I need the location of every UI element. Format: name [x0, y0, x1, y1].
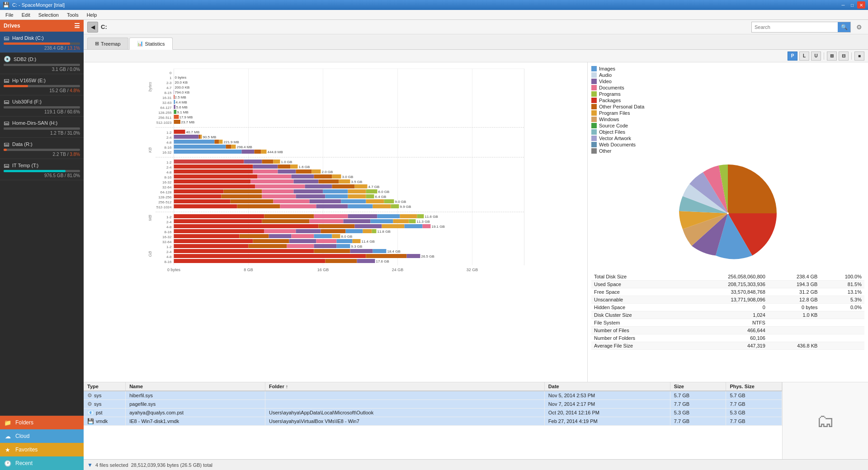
file-table-area[interactable]: Type Name Folder ↑ Date Size Phys. Size …: [84, 382, 782, 459]
svg-text:32 GB: 32 GB: [467, 268, 478, 272]
svg-text:2-4: 2-4: [166, 165, 172, 169]
svg-rect-167: [409, 219, 416, 223]
view-sep-2: [851, 52, 852, 60]
legend-item-windows: Windows: [591, 117, 864, 122]
svg-text:17.9 MB: 17.9 MB: [179, 115, 193, 119]
file-row-vmdk[interactable]: 💾vmdk IE8 - Win7-disk1.vmdk Users\ayahya…: [84, 417, 782, 426]
file-row-hiberfil[interactable]: ⚙sys hiberfil.sys Nov 5, 2014 2:53 PM 5.…: [84, 391, 782, 400]
legend-item-images: Images: [591, 66, 864, 71]
col-type[interactable]: Type: [84, 382, 126, 391]
stats-gb-files: [768, 327, 821, 334]
svg-rect-199: [337, 239, 353, 243]
col-phys-size[interactable]: Phys. Size: [726, 382, 782, 391]
view-btn-u[interactable]: U: [811, 52, 821, 61]
drive-d-name: SDB2 (D:): [14, 56, 36, 62]
svg-rect-97: [314, 174, 332, 179]
status-arrow-icon: ▼: [87, 462, 93, 468]
stats-pct-used: 81.5%: [820, 281, 864, 288]
statusbar: ▼ 4 files selected 28,512,039,936 bytes …: [84, 459, 868, 470]
svg-rect-204: [249, 244, 287, 248]
search-button[interactable]: 🔍: [838, 22, 850, 32]
menu-edit[interactable]: Edit: [18, 11, 34, 19]
tab-statistics[interactable]: 📊 Statistics: [129, 38, 173, 50]
view-btn-dark[interactable]: ■: [854, 52, 864, 61]
close-button[interactable]: ✕: [857, 1, 865, 9]
menu-file[interactable]: File: [2, 11, 17, 19]
svg-rect-158: [417, 214, 424, 218]
view-btn-grid1[interactable]: ⊞: [827, 52, 837, 61]
menu-help[interactable]: Help: [83, 11, 101, 19]
file-row-pst[interactable]: 📧pst ayahya@qualys.com.pst Users\ayahya\…: [84, 409, 782, 417]
stats-bytes-free: 33,570,848,768: [684, 288, 768, 296]
pie-chart: [674, 159, 782, 268]
stats-bytes-folders: 60,106: [684, 334, 768, 342]
drive-c-name: Hard Disk (C:): [12, 35, 44, 41]
svg-rect-135: [274, 199, 310, 203]
svg-text:18.4 GB: 18.4 GB: [387, 249, 401, 254]
view-btn-grid2[interactable]: ⊟: [839, 52, 849, 61]
file-date-vmdk: Feb 27, 2014 4:19 PM: [544, 417, 670, 426]
svg-text:KB: KB: [148, 147, 152, 153]
svg-text:4.7 GB: 4.7 GB: [368, 185, 380, 189]
maximize-button[interactable]: □: [848, 1, 856, 9]
stats-panel: Images Audio Video Documents: [588, 62, 868, 382]
drive-item-h[interactable]: 🖴 Home-Dirs-SAN (H:) 1.2 TB / 31.0%: [0, 117, 84, 138]
file-row-pagefile[interactable]: ⚙sys pagefile.sys Nov 7, 2014 2:17 PM 7.…: [84, 400, 782, 409]
svg-rect-96: [292, 174, 314, 179]
view-btn-l[interactable]: L: [799, 52, 809, 61]
sidebar-item-folders[interactable]: 📁 Folders: [0, 416, 84, 429]
svg-text:64-127: 64-127: [160, 106, 172, 110]
file-type-vmdk: 💾vmdk: [84, 417, 126, 426]
sidebar-item-cloud[interactable]: ☁ Cloud: [0, 429, 84, 443]
menu-tools[interactable]: Tools: [63, 11, 82, 19]
view-btn-p[interactable]: P: [788, 52, 797, 61]
sidebar-item-favorites[interactable]: ★ Favorites: [0, 443, 84, 456]
file-name-pst: ayahya@qualys.com.pst: [126, 409, 265, 417]
treemap-tab-icon: ⊞: [95, 41, 99, 47]
stats-label-used: Used Space: [591, 281, 684, 288]
col-size[interactable]: Size: [670, 382, 726, 391]
col-date[interactable]: Date: [544, 382, 670, 391]
svg-rect-157: [400, 214, 417, 218]
sidebar-item-recent[interactable]: 🕐 Recent: [0, 456, 84, 470]
drive-item-r[interactable]: 🖴 Data (R:) 2.2 TB / 3.8%: [0, 138, 84, 159]
svg-rect-58: [174, 140, 215, 144]
menu-selection[interactable]: Selection: [35, 11, 62, 19]
svg-text:GB: GB: [148, 251, 152, 257]
drive-t-name: IT Temp (T:): [12, 163, 38, 168]
drives-view-icon[interactable]: ☰: [74, 22, 80, 29]
cloud-icon: ☁: [4, 432, 12, 440]
back-button[interactable]: ◀: [87, 22, 98, 33]
drive-item-e[interactable]: 🖴 Hp V165W (E:) 15.2 GB / 4.8%: [0, 74, 84, 95]
svg-text:4-8: 4-8: [166, 225, 172, 229]
drive-item-t[interactable]: 🖴 IT Temp (T:) 976.5 GB / 81.0%: [0, 159, 84, 180]
search-input[interactable]: [752, 22, 838, 32]
legend-label-web-documents: Web Documents: [599, 142, 636, 147]
svg-rect-101: [174, 179, 251, 183]
svg-text:512-1023: 512-1023: [156, 121, 172, 125]
svg-rect-63: [174, 145, 226, 149]
svg-rect-119: [323, 189, 348, 193]
svg-text:221.9 MB: 221.9 MB: [224, 140, 239, 144]
disk-stats-table: Total Disk Size 256,058,060,800 238.4 GB…: [591, 273, 864, 350]
usb-e-icon: 🖴: [4, 77, 9, 84]
gear-button[interactable]: ⚙: [854, 22, 864, 33]
svg-rect-139: [384, 199, 394, 203]
stats-label-free: Free Space: [591, 288, 684, 296]
minimize-button[interactable]: ─: [839, 1, 847, 9]
stats-gb-cluster: 1.0 KB: [768, 311, 821, 319]
tab-treemap[interactable]: ⊞ Treemap: [87, 38, 128, 49]
drive-item-c[interactable]: 🖴 Hard Disk (C:) 238.4 GB / 13.1%: [0, 32, 84, 53]
col-name[interactable]: Name: [126, 382, 265, 391]
svg-rect-129: [348, 194, 366, 198]
drive-item-d[interactable]: 💿 SDB2 (D:) 3.1 GB / 0.0%: [0, 53, 84, 74]
svg-rect-90: [296, 169, 312, 174]
svg-rect-28: [174, 90, 175, 94]
drive-item-f[interactable]: 🖴 Usb30Fd (F:) 119.1 GB / 60.6%: [0, 95, 84, 117]
col-folder[interactable]: Folder ↑: [265, 382, 545, 391]
svg-rect-55: [201, 135, 202, 139]
svg-rect-50: [174, 130, 185, 134]
svg-rect-210: [174, 249, 314, 253]
file-phys-pagefile: 7.7 GB: [726, 400, 782, 409]
svg-rect-81: [174, 164, 253, 169]
